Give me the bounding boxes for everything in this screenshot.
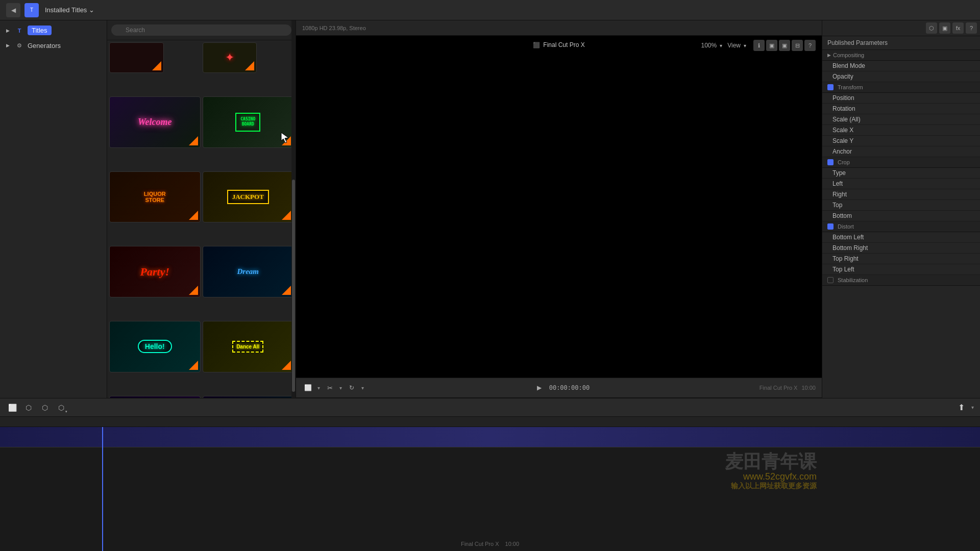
clip-icon[interactable]: ▣ [939,22,950,34]
zoom-arrow: ▾ [720,43,722,48]
crop-label: Crop [838,159,850,165]
param-rotation: Rotation [822,104,980,114]
generators-label: Generators [28,42,61,49]
list-item[interactable]: CASINOBOARD [203,96,294,147]
view-button[interactable]: View [727,42,741,49]
title-browser-icon[interactable]: T [24,3,39,17]
preview-window-title: ⬛ Final Cut Pro X [528,40,590,50]
type-label: Type [832,169,975,177]
distort-checkbox[interactable] [827,223,834,230]
question-icon[interactable]: ? [804,40,816,51]
filter-icon[interactable]: ⊟ [792,40,803,51]
preview-zoom-bar: 100% ▾ View ▾ [701,42,747,49]
play-button[interactable]: ▶ [534,382,545,393]
param-right: Right [822,189,980,200]
share-icon[interactable]: ⬡ [926,22,937,34]
timeline-content [0,417,980,551]
corner-mark [189,211,198,220]
title-thumb-top1[interactable] [109,42,164,73]
rotation-label: Rotation [832,105,975,112]
titles-icon: T [15,27,23,35]
preview-window-title-text: Final Cut Pro X [543,41,584,48]
param-top-left: Top Left [822,264,980,275]
corner-mark [282,286,291,295]
installed-titles-text: Installed Titles [45,6,87,14]
select-tool-arrow: ▾ [971,405,974,410]
section-crop[interactable]: Crop [822,157,980,168]
param-bottom: Bottom [822,211,980,221]
app-label-timeline: Final Cut Pro X [461,541,499,547]
aspect-arrow: ▾ [317,385,320,391]
timeline-icon-4[interactable]: ⬡ ▾ [55,402,67,414]
generators-icon: ⚙ [15,41,23,49]
cycle-arrow: ▾ [361,385,364,391]
param-top: Top [822,200,980,211]
top-right-label: Top Right [832,255,975,262]
sidebar-item-generators[interactable]: ▶ ⚙ Generators [0,38,107,53]
preview-resolution-info: 1080p HD 23.98p, Stereo [302,25,366,31]
preview-video: ⬛ Final Cut Pro X 100% ▾ View ▾ ℹ ▣ ▣ ⊟ … [296,36,822,393]
transform-label: Transform [838,84,863,90]
fx-icon[interactable]: fx [952,22,964,34]
list-item[interactable]: Party! [109,246,201,297]
titles-label[interactable]: Titles [28,26,52,35]
timeline-bottom-bar: Final Cut Pro X 10:00 [461,541,519,547]
aspect-ratio-btn[interactable]: ⬜ [302,382,313,393]
corner-mark [189,361,198,370]
stabilization-checkbox[interactable] [827,277,834,283]
list-item[interactable]: Hello! [109,321,201,372]
trim-arrow: ▾ [339,385,342,391]
generators-expand-arrow: ▶ [6,43,11,48]
param-scale-x: Scale X [822,125,980,136]
video-icon[interactable]: ▣ [766,40,777,51]
titles-expand-arrow: ▶ [6,28,11,33]
inspector-icon[interactable]: ℹ [753,40,765,51]
list-item[interactable]: LIQUORSTORE [109,171,201,222]
timeline-icon-2[interactable]: ⬡ [22,402,35,414]
right-panel-header: ⬡ ▣ fx ? [822,20,980,36]
section-transform[interactable]: Transform [822,82,980,93]
list-item[interactable]: Dance All [203,321,294,372]
cycle-btn[interactable]: ↻ [346,382,357,393]
param-left: Left [822,179,980,189]
audio-icon[interactable]: ▣ [779,40,790,51]
back-icon[interactable]: ◀ [6,3,20,17]
sidebar-item-titles[interactable]: ▶ T Titles [0,22,107,38]
search-input[interactable] [111,24,291,36]
title-thumb-top2[interactable]: ✦ [203,42,257,73]
param-type: Type [822,168,980,179]
transform-checkbox[interactable] [827,84,834,90]
param-opacity: Opacity [822,71,980,82]
corner-mark [282,211,291,220]
crop-checkbox-container [827,159,836,165]
scrollbar-thumb [292,180,295,392]
section-stabilization[interactable]: Stabilization [822,275,980,286]
info-icon[interactable]: ? [966,22,977,34]
list-item[interactable]: JACKPOT [203,171,294,222]
crop-checkbox[interactable] [827,159,834,165]
timeline-icon-1[interactable]: ⬜ [6,402,18,414]
trim-tool[interactable]: ✂ [324,382,335,393]
timeline-icon-3[interactable]: ⬡ [39,402,51,414]
position-label: Position [832,94,975,102]
distort-checkbox-container [827,223,836,230]
right-label: Right [832,191,975,198]
list-item[interactable]: Dream [203,246,294,297]
section-distort[interactable]: Distort [822,221,980,232]
published-params-title: Published Parameters [822,36,980,50]
select-tool[interactable]: ⬆ [955,402,967,414]
compositing-label: Compositing [833,52,864,58]
section-compositing[interactable]: ▶ Compositing [822,50,980,61]
timeline-track-main[interactable] [0,427,980,447]
blend-mode-label: Blend Mode [832,62,975,69]
zoom-level[interactable]: 100% [701,42,717,49]
opacity-label: Opacity [832,73,975,80]
timeline-ruler [0,417,980,427]
param-blend-mode: Blend Mode [822,61,980,71]
list-item[interactable]: Welcome [109,96,201,147]
preview-controls-top: 100% ▾ View ▾ ℹ ▣ ▣ ⊟ ? [701,40,816,51]
duration-label: 10:00 [801,385,816,391]
timeline-area: ⬜ ⬡ ⬡ ⬡ ▾ ⬆ ▾ Final Cut Pro X 10:00 [0,398,980,551]
installed-titles-label[interactable]: Installed Titles ⌄ [45,6,94,14]
param-anchor: Anchor [822,146,980,157]
